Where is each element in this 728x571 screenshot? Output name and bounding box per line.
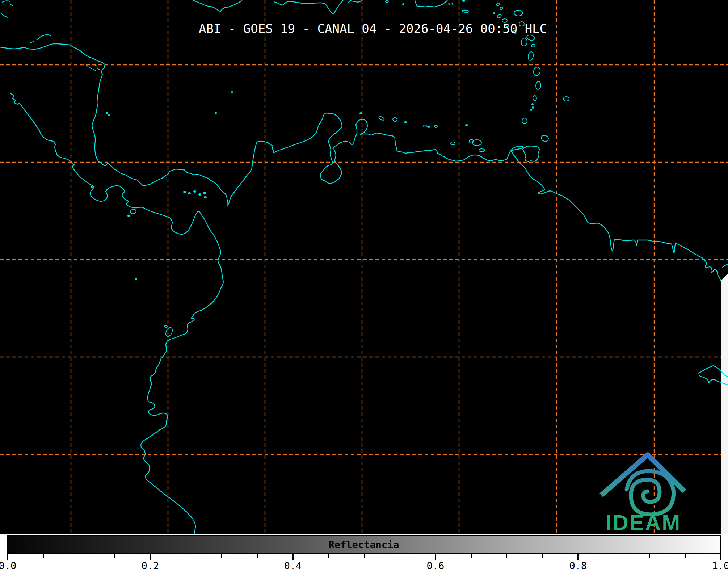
satellite-image-viewer: { "title": { "text": "ABI - GOES 19 - CA… [0, 0, 728, 571]
grenadine-3 [530, 109, 532, 110]
montserrat [497, 14, 502, 19]
satellite-map-canvas: IDEAM ABI - GOES 19 - CANAL 04 - 2026-04… [0, 0, 728, 534]
providencia [231, 92, 233, 93]
colorbar-minor-tick [257, 554, 258, 558]
hispaniola-south-coast [274, 0, 362, 14]
grenada [522, 118, 527, 124]
graticule-layer [0, 0, 728, 534]
marie-galante [531, 44, 535, 47]
colorbar-minor-tick [614, 554, 614, 558]
colorbar-major-tick [720, 554, 721, 560]
islands-layer [91, 0, 569, 337]
vieques [449, 3, 453, 5]
colorbar-minor-tick [221, 554, 222, 558]
colorbar-label: Reflectancia [328, 539, 399, 550]
margarita [472, 140, 481, 146]
mona-e [403, 4, 404, 5]
trinidad [523, 146, 539, 161]
map-svg: IDEAM [0, 0, 728, 534]
mona [386, 0, 388, 3]
puna [164, 327, 173, 337]
curacao [378, 116, 385, 121]
dominica [527, 51, 534, 61]
pearl-6 [204, 197, 206, 198]
tick-label-3: 0.6 [427, 560, 445, 571]
pearl-2 [188, 193, 190, 194]
colorbar-major-tick [292, 554, 294, 560]
san-andres [215, 112, 216, 114]
anguilla [496, 3, 500, 6]
los-roques [428, 126, 430, 127]
coche [479, 149, 485, 152]
cubagua [466, 125, 468, 126]
ideam-logo: IDEAM [603, 455, 683, 534]
pr-east-cay [463, 0, 465, 1]
barbuda [514, 10, 523, 16]
grenadine-1 [532, 104, 533, 105]
small-cays-and-bay-islands [1, 1, 99, 70]
coastline-layer [0, 0, 728, 534]
corn-island [106, 112, 108, 114]
martinique [533, 66, 541, 76]
colorbar-minor-tick [79, 554, 79, 558]
guadeloupe-w [521, 38, 528, 46]
colorbar-major-tick [150, 554, 151, 560]
st-kitts [500, 7, 503, 10]
la-orchila [434, 125, 437, 127]
logo-spiral-icon [627, 471, 673, 515]
tick-label-1: 0.2 [142, 560, 159, 571]
puna-n [164, 325, 167, 327]
corn-island-2 [108, 114, 109, 116]
colorbar-major-tick [577, 554, 579, 560]
nevis [493, 13, 495, 14]
gorgona [135, 278, 137, 280]
colorbar-minor-tick [186, 554, 186, 558]
pearl-4 [199, 194, 201, 195]
pearl-5 [203, 192, 206, 194]
colorbar-minor-tick [364, 554, 365, 558]
colorbar-minor-tick [506, 554, 507, 558]
colorbar-minor-tick [43, 554, 44, 558]
colorbar-minor-tick [400, 554, 400, 558]
colorbar-minor-tick [328, 554, 329, 558]
colorbar-minor-tick [542, 554, 543, 558]
coiba-s [128, 215, 130, 217]
grenadine-2 [532, 107, 534, 108]
colorbar-minor-tick [471, 554, 472, 558]
image-title: ABI - GOES 19 - CANAL 04 - 2026-04-26 00… [199, 21, 547, 36]
tick-label-5: 1.0 [712, 560, 728, 571]
colorbar-minor-tick [649, 554, 650, 558]
tobago [540, 134, 549, 142]
barbados [563, 97, 569, 101]
right-edge-coast-bit [723, 264, 728, 267]
las-aves-1 [404, 122, 407, 123]
puerto-rico-south-coast [415, 0, 447, 7]
colorbar-major-tick [7, 554, 8, 560]
colorbar-minor-tick [685, 554, 686, 558]
st-lucia [535, 81, 541, 89]
aves-w [360, 113, 362, 114]
colorbar-major-tick [435, 554, 436, 560]
tick-label-4: 0.8 [569, 560, 587, 571]
sunlit-layer [721, 274, 728, 534]
bonaire [392, 117, 398, 122]
colorbar-minor-tick [114, 554, 115, 558]
jamaica-south-coast [193, 0, 242, 11]
logo-wordmark: IDEAM [606, 511, 681, 534]
pearl-1 [184, 191, 186, 193]
pearl-3 [194, 191, 196, 192]
cano [91, 186, 92, 188]
coiba [130, 209, 137, 214]
la-tortuga [451, 142, 455, 145]
st-vincent [533, 96, 536, 101]
tick-label-2: 0.4 [284, 560, 302, 571]
st-croix [462, 10, 469, 13]
tick-label-0: 0.0 [0, 560, 16, 571]
las-aves-2 [424, 125, 426, 127]
pacific-coast-central-america-to-peru [11, 93, 223, 534]
colorbar-area: Reflectancia 0.0 0.2 0.4 0.6 0.8 1.0 [0, 534, 728, 571]
